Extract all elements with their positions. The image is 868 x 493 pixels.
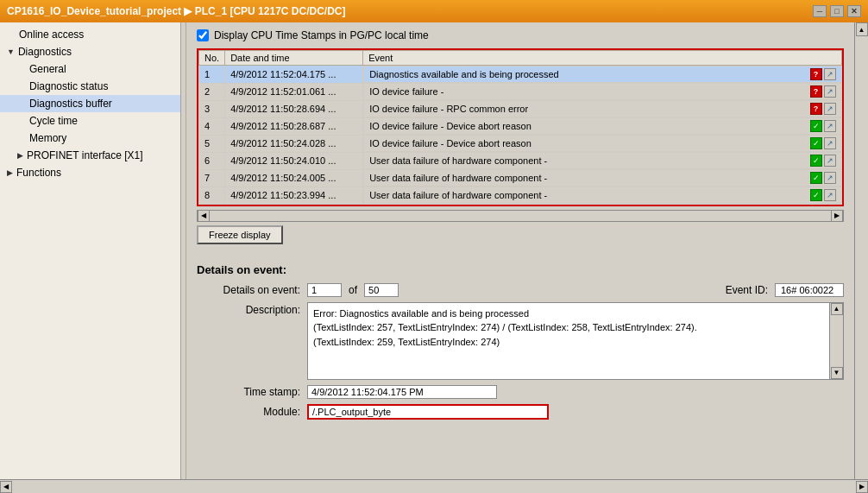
cell-no: 6	[199, 152, 225, 169]
table-row[interactable]: 24/9/2012 11:52:01.061 ...IO device fail…	[199, 83, 842, 100]
arrow-icon[interactable]: ↗	[824, 120, 836, 132]
sidebar-item-functions[interactable]: ▶Functions	[0, 164, 180, 181]
arrow-icon[interactable]: ↗	[824, 85, 836, 98]
ok-icon: ✓	[810, 172, 822, 184]
cpu-timestamp-label[interactable]: Display CPU Time Stamps in PG/PC local t…	[214, 29, 429, 41]
module-label: Module:	[197, 406, 300, 418]
arrow-icon[interactable]: ↗	[824, 68, 836, 80]
description-box: Error: Diagnostics available and is bein…	[307, 302, 844, 380]
cell-event: User data failure of hardware component …	[363, 186, 841, 204]
sidebar-item-memory[interactable]: Memory	[0, 130, 180, 147]
table-row[interactable]: 74/9/2012 11:50:24.005 ...User data fail…	[199, 169, 842, 186]
row-icons: ✓↗	[810, 120, 836, 132]
table-row[interactable]: 44/9/2012 11:50:28.687 ...IO device fail…	[199, 117, 842, 135]
details-title: Details on event:	[197, 263, 844, 276]
event-text: IO device failure - RPC common error	[369, 104, 528, 114]
cell-event: User data failure of hardware component …	[363, 169, 841, 186]
arrow-icon[interactable]: ↗	[824, 137, 836, 149]
content-area: Display CPU Time Stamps in PG/PC local t…	[186, 22, 854, 493]
arrow-icon[interactable]: ↗	[824, 155, 836, 167]
ok-icon: ✓	[810, 189, 822, 201]
row-icons: ?↗	[810, 68, 836, 80]
arrow-icon[interactable]: ↗	[824, 189, 836, 201]
close-button[interactable]: ✕	[847, 5, 861, 17]
table-row[interactable]: 84/9/2012 11:50:23.994 ...User data fail…	[199, 186, 842, 204]
description-text: Error: Diagnostics available and is bein…	[313, 308, 697, 347]
row-icons: ✓↗	[810, 189, 836, 201]
of-label: of	[349, 284, 357, 296]
triangle-icon: ▶	[17, 151, 23, 160]
details-on-event-input[interactable]	[307, 283, 342, 297]
table-row[interactable]: 64/9/2012 11:50:24.010 ...User data fail…	[199, 152, 842, 169]
sidebar-label: Functions	[16, 167, 61, 179]
triangle-icon: ▼	[7, 47, 15, 56]
cell-datetime: 4/9/2012 11:50:24.005 ...	[225, 169, 363, 186]
window-controls[interactable]: ─ □ ✕	[813, 5, 861, 17]
sidebar-item-cycle-time[interactable]: Cycle time	[0, 112, 180, 130]
arrow-icon[interactable]: ↗	[824, 172, 836, 184]
cell-datetime: 4/9/2012 11:50:23.994 ...	[225, 186, 363, 204]
sidebar-item-profinet-interface-x1[interactable]: ▶PROFINET interface [X1]	[0, 147, 180, 164]
minimize-button[interactable]: ─	[813, 5, 827, 17]
details-of-input[interactable]	[364, 283, 399, 297]
module-row: Module:	[197, 404, 844, 420]
checkbox-row: Display CPU Time Stamps in PG/PC local t…	[197, 29, 844, 41]
ok-icon: ✓	[810, 120, 822, 132]
desc-scroll-up[interactable]: ▲	[831, 303, 843, 315]
row-icons: ✓↗	[810, 137, 836, 149]
cell-datetime: 4/9/2012 11:52:04.175 ...	[225, 66, 363, 84]
sidebar-item-diagnostics-buffer[interactable]: Diagnostics buffer	[0, 95, 180, 112]
sidebar-label: Diagnostic status	[29, 80, 108, 92]
maximize-button[interactable]: □	[830, 5, 844, 17]
details-on-event-label: Details on event:	[197, 284, 300, 296]
ok-icon: ✓	[810, 155, 822, 167]
sidebar-item-general[interactable]: General	[0, 60, 180, 78]
right-scrollbar: ▲ ▼	[854, 22, 868, 493]
col-datetime: Date and time	[225, 51, 363, 66]
title-text: CP1616_IO_Device_tutorial_project ▶ PLC_…	[7, 5, 345, 17]
diagnostics-table: No. Date and time Event 14/9/2012 11:52:…	[198, 50, 842, 205]
triangle-icon: ▶	[7, 168, 13, 177]
scroll-right-btn[interactable]: ▶	[831, 210, 843, 222]
timestamp-label: Time stamp:	[197, 386, 300, 398]
row-icons: ?↗	[810, 85, 836, 98]
row-icons: ✓↗	[810, 172, 836, 184]
cell-event: IO device failure - RPC common error?↗	[363, 100, 841, 117]
sidebar-item-online-access[interactable]: Online access	[0, 26, 180, 43]
sidebar-label: Diagnostics	[18, 46, 72, 58]
scroll-up-btn[interactable]: ▲	[856, 22, 868, 36]
sidebar-label: Online access	[19, 28, 84, 41]
description-scrollbar[interactable]: ▲ ▼	[829, 303, 843, 379]
desc-scroll-down[interactable]: ▼	[831, 367, 843, 379]
error-icon: ?	[810, 103, 822, 115]
sidebar-item-diagnostic-status[interactable]: Diagnostic status	[0, 78, 180, 95]
bottom-scrollbar: ◀ ▶	[0, 479, 868, 493]
cell-no: 4	[199, 117, 225, 135]
cell-event: IO device failure - Device abort reason✓…	[363, 135, 841, 152]
scroll-track-v	[855, 36, 868, 479]
table-row[interactable]: 54/9/2012 11:50:24.028 ...IO device fail…	[199, 135, 842, 152]
sidebar-item-diagnostics[interactable]: ▼Diagnostics	[0, 43, 180, 60]
cell-event: IO device failure - Device abort reason✓…	[363, 117, 841, 135]
table-row[interactable]: 34/9/2012 11:50:28.694 ...IO device fail…	[199, 100, 842, 117]
freeze-display-button[interactable]: Freeze display	[197, 225, 283, 244]
module-input[interactable]	[307, 404, 549, 420]
error-icon: ?	[810, 85, 822, 98]
cell-no: 7	[199, 169, 225, 186]
sidebar: Online access▼DiagnosticsGeneralDiagnost…	[0, 22, 181, 493]
description-row: Description: Error: Diagnostics availabl…	[197, 302, 844, 380]
bottom-scroll-right[interactable]: ▶	[856, 481, 868, 493]
scroll-left-btn[interactable]: ◀	[198, 210, 210, 222]
bottom-scroll-left[interactable]: ◀	[0, 481, 12, 493]
sidebar-label: PROFINET interface [X1]	[27, 149, 143, 161]
arrow-icon[interactable]: ↗	[824, 103, 836, 115]
event-id-value: 16# 06:0022	[775, 283, 844, 297]
table-row[interactable]: 14/9/2012 11:52:04.175 ...Diagnostics av…	[199, 66, 842, 84]
sidebar-label: General	[29, 63, 66, 75]
cpu-timestamp-checkbox[interactable]	[197, 29, 209, 41]
timestamp-input[interactable]	[307, 385, 497, 399]
sidebar-label: Diagnostics buffer	[29, 98, 112, 110]
cell-event: Diagnostics available and is being proce…	[363, 66, 841, 83]
event-id-label: Event ID:	[726, 284, 768, 296]
cell-event: IO device failure -?↗	[363, 83, 841, 100]
